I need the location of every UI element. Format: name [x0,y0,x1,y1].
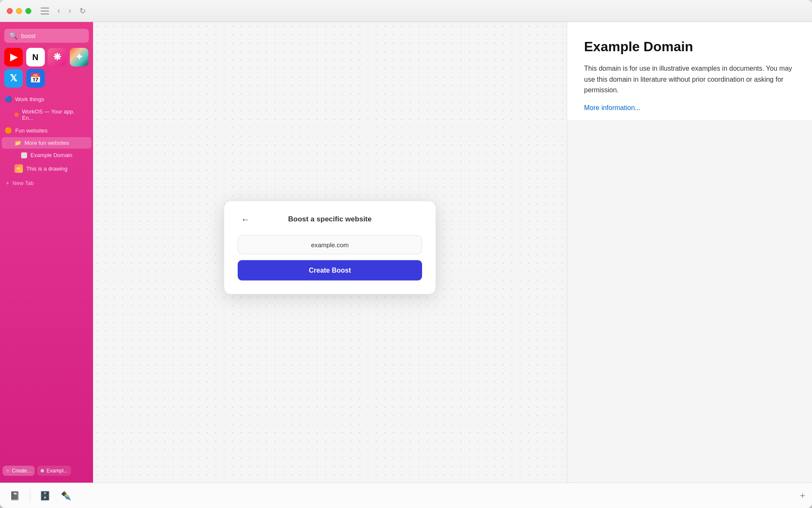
work-things-label: Work things [15,96,44,102]
more-fun-websites-label: More fun websites [25,140,69,146]
main-content-area: ← Boost a specific website Create Boost [93,22,567,483]
boost-modal: ← Boost a specific website Create Boost [224,202,436,294]
example-tab-label: Exampl... [47,468,68,474]
create-boost-button[interactable]: Create Boost [238,260,422,281]
modal-header: ← Boost a specific website [238,215,422,224]
minimize-button[interactable] [16,8,22,14]
search-icon: 🔍 [9,32,18,40]
fun-websites-label: Fun websites [15,127,48,134]
drawing-icon: ✏ [14,164,23,173]
workos-label: WorkOS — Your app, En... [22,108,87,121]
close-button[interactable] [7,8,13,14]
modal-back-button[interactable]: ← [238,213,253,226]
youtube-favicon[interactable]: ▶ [4,48,23,66]
search-bar[interactable]: 🔍 boost [4,29,89,43]
search-bar-text: boost [21,33,36,39]
url-input-wrapper [238,235,422,254]
sidebar-item-drawing[interactable]: ✏ This is a drawing [2,162,91,175]
calendar-favicon[interactable]: 📅 [26,69,45,88]
create-boost-label: Create Boost [309,267,351,274]
modal-title: Boost a specific website [288,215,371,224]
right-panel-title: Example Domain [584,39,795,55]
sidebar-section-fun-websites[interactable]: 🟠 Fun websites [0,124,93,137]
browser-content: 🔍 boost ▶ N ❋ ✦ 𝕏 📅 🔵 Work things WorkOS… [0,22,812,483]
pink-app-favicon[interactable]: ❋ [48,48,66,66]
workos-dot-icon [14,113,19,117]
example-domain-label: Example Domain [30,152,72,158]
sidebar-item-example-domain[interactable]: Example Domain [2,149,91,161]
sidebar-item-workos[interactable]: WorkOS — Your app, En... [2,106,91,124]
create-tab-label: Create... [12,468,31,474]
sidebar-toggle-button[interactable] [41,8,49,14]
taskbar-app-database[interactable]: 🗄️ [37,488,53,504]
example-domain-favicon [21,152,27,158]
notion-favicon[interactable]: N [26,48,45,66]
work-things-icon: 🔵 [4,95,12,103]
taskbar: 📓 🗄️ ✒️ + [0,483,812,508]
title-bar: ‹ › ↻ [0,0,812,22]
folder-icon: 📁 [14,140,21,146]
sidebar: 🔍 boost ▶ N ❋ ✦ 𝕏 📅 🔵 Work things WorkOS… [0,22,93,483]
back-arrow-icon: ← [241,214,250,224]
taskbar-add-button[interactable]: + [800,490,805,501]
favicon-grid: ▶ N ❋ ✦ 𝕏 📅 [0,48,93,93]
taskbar-app-quill[interactable]: ✒️ [58,488,74,504]
drawing-label: This is a drawing [26,166,68,172]
url-input[interactable] [238,235,422,254]
nav-buttons: ‹ › ↻ [55,5,88,17]
back-button[interactable]: ‹ [55,5,63,17]
new-tab-button[interactable]: + New Tab [2,177,91,189]
sidebar-section-work-things[interactable]: 🔵 Work things [0,93,93,105]
bottom-tab-create[interactable]: Create... [3,466,35,476]
sidebar-item-more-fun-websites[interactable]: 📁 More fun websites [2,137,91,149]
new-tab-plus-icon: + [6,180,9,186]
twitter-favicon[interactable]: 𝕏 [4,69,23,88]
forward-button[interactable]: › [66,5,74,17]
taskbar-divider [30,489,30,502]
create-tab-dot [6,469,9,472]
maximize-button[interactable] [25,8,31,14]
colorful-app-favicon[interactable]: ✦ [70,48,88,66]
example-tab-dot [41,469,44,472]
bottom-tabs: Create... Exampl... [0,462,93,479]
new-tab-label: New Tab [13,180,34,186]
right-panel-description: This domain is for use in illustrative e… [584,63,795,96]
reload-button[interactable]: ↻ [77,5,88,17]
fun-websites-icon: 🟠 [4,127,12,134]
right-panel: Example Domain This domain is for use in… [567,22,812,483]
traffic-lights [7,8,31,14]
right-panel-bottom-area [567,120,812,483]
bottom-tab-example[interactable]: Exampl... [37,466,71,476]
browser-window: ‹ › ↻ 🔍 boost ▶ N ❋ ✦ 𝕏 📅 🔵 [0,0,812,508]
taskbar-app-notes[interactable]: 📓 [7,488,23,504]
more-info-link[interactable]: More information... [584,104,795,112]
